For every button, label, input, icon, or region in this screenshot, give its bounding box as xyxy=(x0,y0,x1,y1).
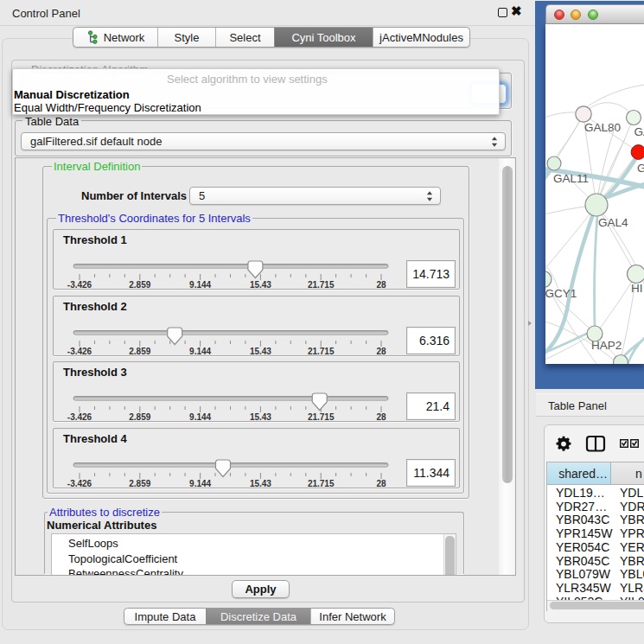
svg-text:GAL4: GAL4 xyxy=(598,216,628,229)
svg-text:GCY1: GCY1 xyxy=(545,287,577,300)
svg-text:HAP2: HAP2 xyxy=(591,339,622,352)
svg-text:G: G xyxy=(637,162,644,175)
svg-text:GA: GA xyxy=(634,125,644,138)
svg-text:HI: HI xyxy=(631,282,643,295)
svg-text:GAL11: GAL11 xyxy=(553,172,589,185)
svg-text:GAL80: GAL80 xyxy=(584,121,621,134)
